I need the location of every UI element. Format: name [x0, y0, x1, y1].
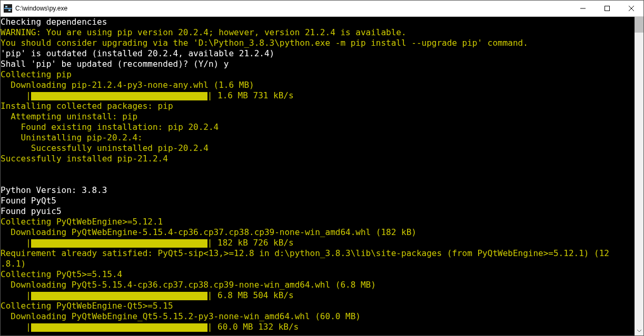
progress-bar [31, 92, 207, 100]
app-icon [4, 4, 12, 13]
console-line: Found PyQt5 [1, 196, 635, 206]
console-line: Checking dependencies [1, 17, 635, 27]
console-line: Collecting PyQtWebEngine>=5.12.1 [1, 217, 635, 227]
progress-bar [31, 239, 207, 248]
console-line: Downloading PyQt5-5.15.4-cp36.cp37.cp38.… [1, 280, 635, 290]
console-line: 'pip' is outdated (installed 20.2.4, ava… [1, 48, 635, 59]
maximize-button[interactable] [595, 1, 619, 16]
console-line: || 6.8 MB 504 kB/s [1, 290, 635, 301]
console-line: Requirement already satisfied: PyQt5-sip… [1, 248, 635, 259]
console-line: || 182 kB 726 kB/s [1, 238, 635, 248]
console-line: Found pyuic5 [1, 206, 635, 217]
console-line: You should consider upgrading via the 'D… [1, 38, 635, 48]
console-line: Attempting uninstall: pip [1, 111, 635, 122]
console-line: Downloading pip-21.2.4-py3-none-any.whl … [1, 80, 635, 90]
scroll-down-arrow[interactable] [635, 327, 643, 335]
console-line [1, 164, 635, 175]
progress-bar [31, 323, 207, 332]
svg-rect-1 [4, 8, 12, 9]
console-line: WARNING: You are using pip version 20.2.… [1, 27, 635, 38]
console-line [1, 175, 635, 185]
svg-rect-3 [8, 9, 11, 11]
progress-bar [31, 292, 207, 300]
console-line: Found existing installation: pip 20.2.4 [1, 122, 635, 133]
console-line: .8.1) [1, 259, 635, 269]
console-line: Installing collected packages: pip [1, 101, 635, 111]
window-controls [571, 1, 643, 16]
svg-rect-5 [605, 6, 610, 11]
console-line: Collecting pip [1, 69, 635, 80]
svg-rect-2 [5, 6, 7, 7]
window: C:\windows\py.exe Checking dependenciesW… [0, 0, 644, 336]
scrollbar-thumb[interactable] [635, 17, 643, 33]
console-line: || 60.0 MB 132 kB/s [1, 322, 635, 332]
minimize-button[interactable] [571, 1, 595, 16]
console-line: Python Version: 3.8.3 [1, 185, 635, 196]
console-line: Successfully installed pip-21.2.4 [1, 154, 635, 164]
console-line: Shall 'pip' be updated (recommended)? (Y… [1, 59, 635, 69]
console-line: Downloading PyQtWebEngine-5.15.4-cp36.cp… [1, 227, 635, 238]
console-line: Successfully uninstalled pip-20.2.4 [1, 143, 635, 154]
console-line: || 1.6 MB 731 kB/s [1, 90, 635, 101]
console-area: Checking dependenciesWARNING: You are us… [1, 17, 643, 335]
close-button[interactable] [619, 1, 643, 16]
console-line: Collecting PyQtWebEngine-Qt5>=5.15 [1, 301, 635, 311]
console-line: Uninstalling pip-20.2.4: [1, 133, 635, 143]
titlebar[interactable]: C:\windows\py.exe [1, 1, 643, 17]
vertical-scrollbar[interactable] [635, 17, 643, 335]
console-line: Collecting PyQt5>=5.15.4 [1, 269, 635, 280]
window-title: C:\windows\py.exe [15, 5, 571, 12]
console-line: Downloading PyQtWebEngine_Qt5-5.15.2-py3… [1, 311, 635, 322]
console-output[interactable]: Checking dependenciesWARNING: You are us… [1, 17, 635, 335]
